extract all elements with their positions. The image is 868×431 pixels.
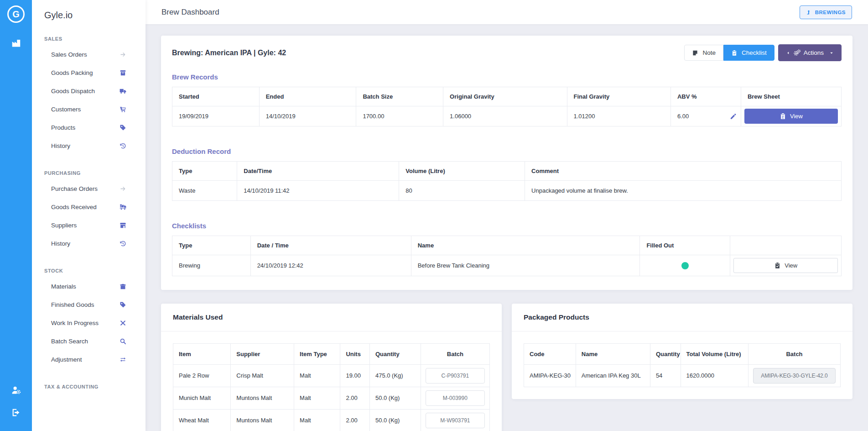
batch-button[interactable]: M-W903791 [426, 413, 485, 428]
sign-out-icon[interactable] [11, 408, 21, 417]
materials-card-header: Materials Used [161, 304, 502, 331]
batch-cell: AMIPA-KEG-30-GYLE-42.0 [748, 364, 841, 387]
batch-button[interactable]: M-003990 [426, 390, 485, 406]
sidebar-item-products[interactable]: Products [32, 118, 146, 137]
sidebar-item-batch-search[interactable]: Batch Search [32, 332, 146, 350]
sidebar-item-label: Goods Dispatch [51, 88, 95, 95]
box-icon [120, 69, 126, 76]
checklist-button[interactable]: Checklist [723, 45, 774, 61]
column-header: Units [340, 343, 370, 364]
sidebar-item-purchasing-history[interactable]: History [32, 234, 146, 252]
factory-icon[interactable] [11, 38, 21, 48]
item-cell: Munich Malt [173, 387, 231, 409]
column-header: Total Volume (Litre) [681, 343, 748, 364]
arrow-right-icon [120, 51, 126, 58]
table-row: Brewing 24/10/2019 12:42 Before Brew Tan… [172, 255, 842, 276]
batch-button[interactable]: AMIPA-KEG-30-GYLE-42.0 [753, 368, 836, 384]
item-type-cell: Malt [294, 364, 340, 387]
units-cell: 2.00 [340, 387, 370, 409]
checklist-view-button[interactable]: View [733, 258, 838, 273]
supplier-cell: Crisp Malt [231, 364, 294, 387]
column-header: Quantity [650, 343, 681, 364]
datetime-cell: 14/10/2019 11:42 [237, 181, 399, 201]
batch-cell: C-P903791 [421, 364, 489, 387]
column-header: Filled Out [640, 236, 730, 255]
checklists-heading: Checklists [172, 222, 842, 230]
sidebar-item-label: History [51, 240, 70, 247]
actions-button[interactable]: Actions [778, 44, 842, 61]
started-cell: 19/09/2019 [172, 106, 260, 126]
volume-cell: 80 [399, 181, 525, 201]
sidebar-section-tax: TAX & ACCOUNTING [32, 384, 146, 389]
sidebar-item-work-in-progress[interactable]: Work In Progress [32, 314, 146, 332]
sidebar-item-finished-goods[interactable]: Finished Goods [32, 295, 146, 314]
filled-out-indicator [681, 262, 689, 269]
column-header: Final Gravity [567, 87, 670, 106]
item-cell: Pale 2 Row [173, 364, 231, 387]
quantity-cell: 50.0 (Kg) [369, 387, 421, 409]
clipboard-icon [780, 113, 786, 120]
batch-button[interactable]: C-P903791 [426, 368, 485, 384]
brew-records-heading: Brew Records [172, 73, 842, 81]
sidebar-item-label: Work In Progress [51, 320, 99, 326]
table-header-row: Type Date/Time Volume (Litre) Comment [172, 162, 842, 181]
content: Brewing: American IPA | Gyle: 42 Note Ch… [146, 24, 868, 431]
sidebar-item-sales-history[interactable]: History [32, 137, 146, 155]
checklists-table: Type Date / Time Name Filled Out Brewing… [172, 236, 842, 276]
table-row: Wheat Malt Muntons Malt Malt 2.00 50.0 (… [173, 409, 490, 431]
sidebar-item-label: Finished Goods [51, 301, 94, 308]
history-icon [120, 142, 126, 149]
sidebar-item-customers[interactable]: Customers [32, 100, 146, 118]
sidebar-item-label: Purchase Orders [51, 185, 98, 192]
view-button-label: View [785, 262, 797, 269]
sidebar-item-goods-packing[interactable]: Goods Packing [32, 63, 146, 82]
table-row: Waste 14/10/2019 11:42 80 Unpackaged vol… [172, 181, 842, 201]
user-cog-icon[interactable] [11, 385, 21, 395]
page-title: Brew Dashboard [161, 8, 219, 17]
deduction-record-heading: Deduction Record [172, 147, 842, 155]
packaged-products-card: Packaged Products Code Name Quantity [512, 304, 852, 399]
sidebar-section-purchasing: PURCHASING Purchase Orders Goods Receive… [32, 170, 146, 252]
sidebar-item-label: Suppliers [51, 222, 77, 229]
caret-left-icon [786, 51, 790, 55]
logo-letter: G [12, 9, 20, 20]
history-icon [120, 240, 126, 247]
code-cell: AMIPA-KEG-30 [524, 364, 576, 387]
deduction-record-table: Type Date/Time Volume (Litre) Comment Wa… [172, 161, 842, 201]
filled-out-cell [640, 255, 730, 276]
quantity-cell: 475.0 (Kg) [369, 364, 421, 387]
supplier-cell: Muntons Malt [231, 409, 294, 431]
sidebar-item-materials[interactable]: Materials [32, 277, 146, 295]
sidebar-item-purchase-orders[interactable]: Purchase Orders [32, 179, 146, 198]
clipboard-check-icon [774, 262, 781, 269]
units-cell: 19.00 [340, 364, 370, 387]
section-title-tax-accounting: TAX & ACCOUNTING [32, 384, 146, 389]
column-header: Volume (Litre) [399, 162, 525, 181]
materials-table: Item Supplier Item Type Units Quantity B… [173, 343, 490, 431]
app-logo[interactable]: G [7, 5, 25, 23]
pencil-icon[interactable] [730, 113, 737, 120]
sidebar-item-suppliers[interactable]: Suppliers [32, 216, 146, 234]
comment-cell: Unpackaged volume at finalise brew. [525, 181, 842, 201]
sidebar-item-label: Goods Packing [51, 69, 93, 76]
column-header: Batch [748, 343, 841, 364]
column-header: Date/Time [237, 162, 399, 181]
brew-card-title: Brewing: American IPA | Gyle: 42 [172, 49, 286, 57]
name-cell: American IPA Keg 30L [576, 364, 650, 387]
sidebar-item-goods-dispatch[interactable]: Goods Dispatch [32, 82, 146, 100]
caret-down-icon [829, 51, 834, 55]
type-cell: Brewing [172, 255, 251, 276]
note-button[interactable]: Note [684, 45, 723, 61]
sidebar-item-adjustment[interactable]: Adjustment [32, 350, 146, 368]
sidebar-item-sales-orders[interactable]: Sales Orders [32, 45, 146, 63]
sidebar-item-label: Materials [51, 283, 76, 290]
materials-used-card: Materials Used Item Supplier Item Type [161, 304, 502, 431]
sidebar-item-label: Sales Orders [51, 51, 87, 58]
sidebar-item-goods-received[interactable]: Goods Received [32, 198, 146, 216]
brew-sheet-view-button[interactable]: View [744, 109, 838, 124]
column-header: Name [576, 343, 650, 364]
table-row: Munich Malt Muntons Malt Malt 2.00 50.0 … [173, 387, 490, 409]
brewings-button[interactable]: BREWINGS [800, 5, 852, 19]
truck-loading-icon [120, 204, 126, 210]
shopping-cart-icon [120, 106, 126, 113]
